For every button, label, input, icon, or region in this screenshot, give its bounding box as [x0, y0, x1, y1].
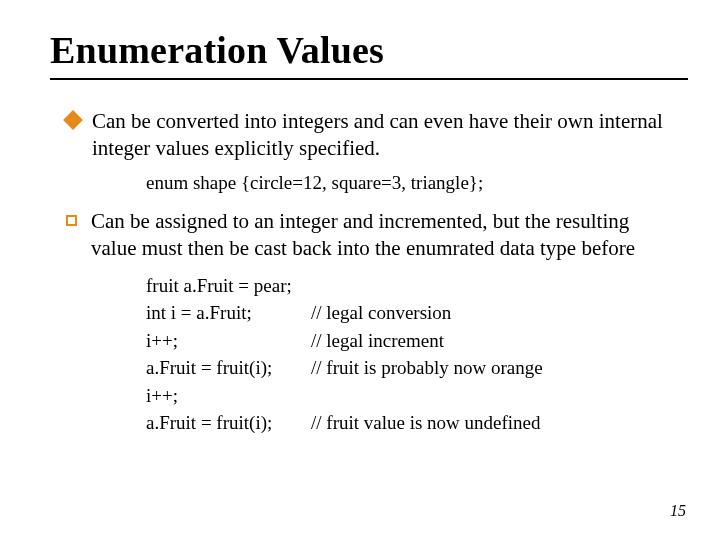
- slide: Enumeration Values Can be converted into…: [0, 0, 720, 540]
- code-comment: // fruit value is now undefined: [311, 409, 541, 437]
- bullet-1: Can be converted into integers and can e…: [66, 108, 678, 162]
- code-line: a.Fruit = fruit(i); // fruit is probably…: [146, 354, 678, 382]
- code-line: int i = a.Fruit; // legal conversion: [146, 299, 678, 327]
- bullet-1-text: Can be converted into integers and can e…: [92, 108, 678, 162]
- code-comment: // fruit is probably now orange: [311, 354, 543, 382]
- bullet-2: Can be assigned to an integer and increm…: [66, 208, 678, 262]
- code-stmt: i++;: [146, 327, 311, 355]
- code-line: i++;: [146, 382, 678, 410]
- code-stmt: a.Fruit = fruit(i);: [146, 409, 311, 437]
- code-stmt: int i = a.Fruit;: [146, 299, 311, 327]
- page-number: 15: [670, 502, 686, 520]
- bullet-2-text: Can be assigned to an integer and increm…: [91, 208, 678, 262]
- code-comment: // legal conversion: [311, 299, 451, 327]
- code-stmt: i++;: [146, 382, 311, 410]
- code-stmt: fruit a.Fruit = pear;: [146, 272, 311, 300]
- diamond-icon: [63, 110, 83, 130]
- code-block: fruit a.Fruit = pear; int i = a.Fruit; /…: [146, 272, 678, 437]
- page-title: Enumeration Values: [50, 28, 688, 72]
- code-line: a.Fruit = fruit(i); // fruit value is no…: [146, 409, 678, 437]
- body-content: Can be converted into integers and can e…: [50, 108, 688, 437]
- code-line: i++; // legal increment: [146, 327, 678, 355]
- code-comment: // legal increment: [311, 327, 444, 355]
- title-underline: [50, 78, 688, 80]
- code-line: fruit a.Fruit = pear;: [146, 272, 678, 300]
- code-stmt: a.Fruit = fruit(i);: [146, 354, 311, 382]
- example-enum-decl: enum shape {circle=12, square=3, triangl…: [146, 172, 678, 194]
- square-icon: [66, 215, 77, 226]
